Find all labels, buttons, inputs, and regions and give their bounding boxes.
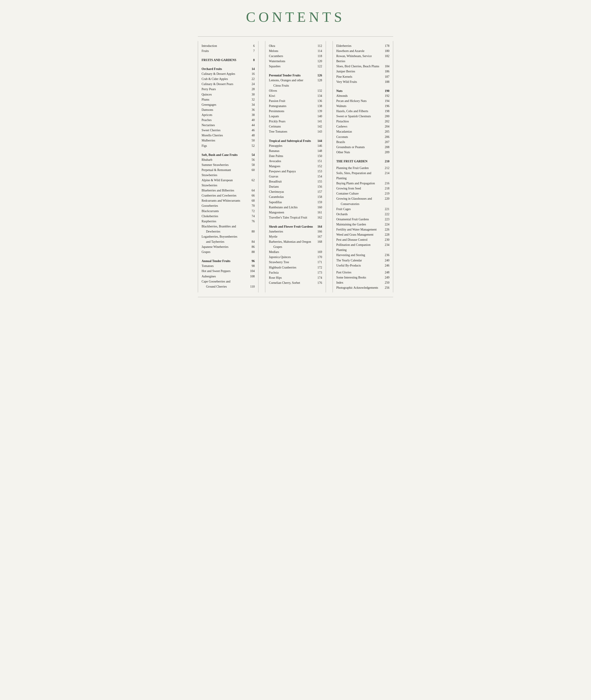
entry-page: 56 <box>248 157 255 162</box>
entry-title: Lemons, Oranges and other <box>269 78 315 83</box>
entry-title: Persimmons <box>269 109 315 114</box>
entry-page: 184 <box>383 64 389 69</box>
spacer <box>269 69 322 71</box>
entry-page: 228 <box>383 232 389 237</box>
list-item: Pecan and Hickory Nuts194 <box>336 99 389 104</box>
list-item: Other Nuts209 <box>336 150 389 155</box>
entry-page: 152 <box>316 164 322 169</box>
entry-title: Very Wild Fruits <box>336 79 383 84</box>
entry-page: 156 <box>316 184 322 189</box>
entry-title: Sweet Cherries <box>202 128 248 133</box>
list-item: Perry Pears28 <box>202 86 255 92</box>
list-item: Traveller's Tales Tropical Fruit162 <box>269 215 322 220</box>
list-item: Sweet Cherries46 <box>202 128 255 133</box>
list-item: Weed and Grass Management228 <box>336 232 389 237</box>
list-item: Conservatories <box>336 201 389 206</box>
entry-title: Blackcurrants <box>202 208 248 214</box>
entry-title: Citrus Fruits <box>273 83 322 88</box>
entry-title: Some Interesting Books <box>336 275 383 280</box>
section-header-title: Annual Tender Fruits <box>202 259 231 263</box>
list-item: Figs52 <box>202 143 255 148</box>
list-item: Macadamias205 <box>336 129 389 134</box>
entry-title: Conservatories <box>341 201 389 206</box>
entry-title: Pecan and Hickory Nuts <box>336 99 383 104</box>
section-header-page: 54 <box>248 153 255 157</box>
entry-title: Loquats <box>269 114 315 119</box>
entry-page: 46 <box>248 128 255 133</box>
section-header: Soft, Bush and Cane Fruits54 <box>202 153 255 157</box>
entry-title: Weed and Grass Management <box>336 232 383 237</box>
list-item: Breadfruit155 <box>269 179 322 184</box>
list-item: Lemons, Oranges and other128 <box>269 78 322 83</box>
section-header-page: 8 <box>248 58 255 62</box>
entry-page: 226 <box>383 227 389 232</box>
entry-page: 186 <box>383 69 389 74</box>
entry-title: Cranberries and Cowberries <box>202 193 248 198</box>
section-header-page: 210 <box>383 160 389 163</box>
entry-page: 40 <box>248 118 255 123</box>
list-item: Japonica Quinces170 <box>269 255 322 260</box>
list-item: Cherimoyas157 <box>269 189 322 194</box>
entry-title: Loganberries, Boysenberries <box>202 234 255 239</box>
entry-title: Hot and Sweet Peppers <box>202 268 248 274</box>
entry-title: Date Palms <box>269 153 315 158</box>
entry-title: Mangoes <box>269 164 315 169</box>
entry-page: 155 <box>316 179 322 184</box>
list-item: Pineapples146 <box>269 143 322 148</box>
list-item: Cranberries and Cowberries66 <box>202 193 255 198</box>
entry-page: 220 <box>383 196 389 201</box>
list-item: Pistachios202 <box>336 119 389 124</box>
list-item: Melons114 <box>269 48 322 54</box>
entry-page: 246 <box>383 263 389 268</box>
section-header-title: Perennial Tender Fruits <box>269 74 301 77</box>
entry-page: 44 <box>248 123 255 128</box>
entry-page: 196 <box>383 104 389 109</box>
list-item: Plums32 <box>202 97 255 102</box>
list-item: and Tayberries84 <box>202 239 255 244</box>
list-item: Soils, Sites, Preparation and Planting21… <box>336 171 389 181</box>
entry-page: 174 <box>316 275 322 280</box>
list-item: Redcurrants and Whitecurrants68 <box>202 198 255 203</box>
list-item: Olives132 <box>269 88 322 93</box>
entry-title: Prickly Pears <box>269 119 315 124</box>
entry-title: Cashews <box>336 124 383 129</box>
list-item: Useful By-Products246 <box>336 263 389 268</box>
spacer <box>269 220 322 222</box>
entry-page: 236 <box>383 253 389 258</box>
spacer <box>336 84 389 86</box>
list-item: Barberries, Mahonias and Oregon168 <box>269 239 322 244</box>
list-item: Rambutans and Litchis160 <box>269 205 322 210</box>
list-item: Nectarines44 <box>202 123 255 128</box>
entry-page: 66 <box>248 193 255 198</box>
spacer <box>269 134 322 136</box>
entry-title: Fruit Cages <box>336 206 383 212</box>
entry-title: Past Glories <box>336 270 383 275</box>
list-item: Carambolas158 <box>269 194 322 199</box>
entry-title: and Tayberries <box>206 239 248 244</box>
list-item: Maintaining the Garden224 <box>336 222 389 227</box>
entry-title: Juneberries <box>269 229 315 234</box>
entry-title: Japanese Wineberries <box>202 244 248 249</box>
entry-title: Tree Tomatoes <box>269 129 315 134</box>
list-item: Highbush Cranberries172 <box>269 265 322 270</box>
entry-page: 112 <box>316 43 322 48</box>
entry-page: 169 <box>316 249 322 255</box>
entry-page: 70 <box>248 203 255 208</box>
entry-title: Other Nuts <box>336 150 383 155</box>
list-item: Mangoes152 <box>269 164 322 169</box>
entry-page: 104 <box>248 268 255 274</box>
entry-page: 192 <box>383 93 389 99</box>
entry-title: Pollination and Companion Planting <box>336 242 383 253</box>
entry-page: 240 <box>383 258 389 263</box>
entry-title: Durians <box>269 184 315 189</box>
entry-title: Maintaining the Garden <box>336 222 383 227</box>
list-item: Pollination and Companion Planting234 <box>336 242 389 253</box>
entry-page: 110 <box>248 284 255 289</box>
entry-page: 151 <box>316 158 322 164</box>
section-header-page: 96 <box>248 259 255 263</box>
section-header: Perennial Tender Fruits126 <box>269 74 322 77</box>
list-item: Elderberries178 <box>336 43 389 48</box>
list-item: Blackberries, Brambles and <box>202 224 255 229</box>
entry-page: 219 <box>383 191 389 196</box>
entry-title: Strawberry Tree <box>269 260 315 265</box>
